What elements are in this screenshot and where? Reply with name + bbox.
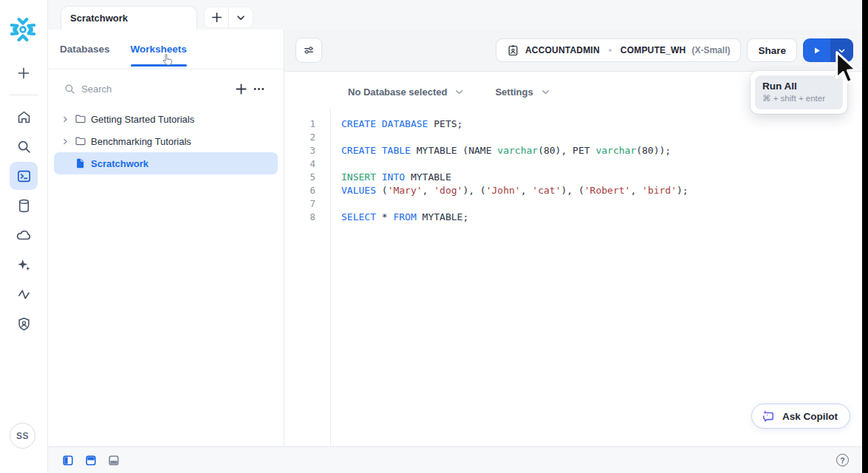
sliders-icon (302, 44, 315, 57)
rail-button-worksheets[interactable] (10, 162, 38, 190)
tree-item-scratchwork[interactable]: Scratchwork (54, 152, 278, 174)
rail-button-databases[interactable] (10, 191, 38, 220)
role-badge-icon (507, 44, 519, 57)
screen-edge-strip (862, 0, 868, 473)
rail-button-admin[interactable] (10, 310, 38, 338)
line-content: CREATE DATABASE PETS; (330, 118, 462, 131)
home-icon (16, 109, 32, 125)
search-input[interactable] (81, 84, 185, 95)
cloud-icon (16, 227, 32, 243)
share-button[interactable]: Share (747, 38, 797, 62)
tab-worksheets[interactable]: Worksheets (131, 44, 187, 55)
worksheet-tab-scratchwork[interactable]: Scratchwork (61, 6, 197, 30)
admin-icon (16, 316, 32, 332)
toggle-bottom-panel-icon[interactable] (109, 455, 119, 466)
code-line-3[interactable]: 3CREATE TABLE MYTABLE (NAME varchar(80),… (284, 144, 862, 157)
ask-copilot-button[interactable]: Ask Copilot (751, 404, 850, 429)
help-button[interactable]: ? (836, 454, 849, 466)
line-content (330, 157, 341, 171)
rail-button-plus[interactable] (10, 59, 38, 87)
snowflake-logo-icon[interactable] (10, 17, 35, 42)
line-content (330, 131, 341, 144)
chevron-right-icon[interactable] (61, 137, 75, 146)
code-line-1[interactable]: 1CREATE DATABASE PETS; (284, 118, 862, 131)
tree-item-benchmarking-tutorials[interactable]: Benchmarking Tutorials (54, 130, 278, 152)
tree-item-getting-started-tutorials[interactable]: Getting Started Tutorials (54, 108, 278, 130)
line-number: 6 (284, 184, 330, 197)
tree-item-label: Scratchwork (91, 158, 148, 169)
line-content: CREATE TABLE MYTABLE (NAME varchar(80), … (330, 144, 671, 157)
worksheets-icon (16, 169, 32, 184)
snowsight-app: SS Scratchwork Databases (0, 0, 868, 473)
role-name: ACCOUNTADMIN (525, 45, 600, 55)
rail-button-ai-sparkle[interactable] (10, 251, 38, 279)
settings-label: Settings (495, 86, 533, 98)
rail-button-cloud[interactable] (10, 221, 38, 249)
copilot-sparkle-chat-icon (761, 409, 776, 423)
chevron-down-icon (541, 87, 550, 97)
line-content (330, 197, 341, 211)
code-line-2[interactable]: 2 (284, 131, 862, 144)
share-label: Share (758, 45, 786, 56)
code-line-8[interactable]: 8SELECT * FROM MYTABLE; (284, 211, 862, 224)
folder-icon (75, 135, 91, 147)
activity-icon (16, 287, 32, 302)
tree-item-label: Getting Started Tutorials (91, 114, 194, 125)
search-icon (16, 139, 32, 154)
code-line-7[interactable]: 7 (284, 197, 862, 211)
worksheet-tab-label: Scratchwork (70, 13, 128, 24)
code-line-5[interactable]: 5INSERT INTO MYTABLE (284, 171, 862, 184)
editor-body: No Database selected Settings 1CREATE DA… (284, 72, 862, 446)
database-selector[interactable]: No Database selected (348, 86, 464, 98)
toggle-left-panel-icon[interactable] (63, 455, 73, 466)
database-selector-label: No Database selected (348, 86, 447, 98)
rail-button-home[interactable] (10, 103, 38, 131)
worksheet-options-button[interactable] (295, 38, 322, 63)
plus-icon (211, 12, 222, 23)
run-dropdown-menu: Run All ⌘ + shift + enter (751, 71, 847, 114)
run-all-menu-item[interactable]: Run All ⌘ + shift + enter (755, 75, 843, 109)
worksheet-tree: Getting Started TutorialsBenchmarking Tu… (48, 108, 284, 174)
line-number: 1 (284, 118, 330, 131)
rail-button-activity[interactable] (10, 280, 38, 308)
worksheet-tabstrip: Scratchwork (48, 0, 862, 30)
sql-editor[interactable]: 1CREATE DATABASE PETS;23CREATE TABLE MYT… (284, 109, 862, 446)
ellipsis-icon (253, 83, 265, 95)
run-button[interactable] (803, 38, 830, 62)
explorer-search-row (48, 74, 284, 103)
run-all-shortcut: ⌘ + shift + enter (762, 93, 835, 103)
line-content: INSERT INTO MYTABLE (330, 171, 451, 184)
chevron-right-icon[interactable] (61, 115, 75, 123)
left-nav-rail: SS (0, 0, 48, 473)
line-number: 5 (284, 171, 330, 184)
rail-button-search[interactable] (10, 132, 38, 160)
toggle-top-panel-icon[interactable] (86, 455, 96, 466)
line-content: VALUES ('Mary', 'dog'), ('John', 'cat'),… (330, 184, 688, 197)
context-selector[interactable]: ACCOUNTADMIN COMPUTE_WH (X-Small) (496, 38, 742, 62)
status-bar: ? (48, 446, 862, 473)
plus-icon (16, 66, 31, 81)
add-worksheet-button[interactable] (232, 80, 250, 98)
code-line-6[interactable]: 6VALUES ('Mary', 'dog'), ('John', 'cat')… (284, 184, 862, 197)
line-content: SELECT * FROM MYTABLE; (330, 211, 468, 224)
file-icon (75, 157, 91, 169)
search-icon (64, 84, 75, 95)
settings-dropdown[interactable]: Settings (495, 86, 550, 98)
ai-sparkle-icon (16, 257, 32, 273)
code-line-4[interactable]: 4 (284, 157, 862, 171)
run-options-button[interactable] (830, 38, 853, 62)
ask-copilot-label: Ask Copilot (782, 411, 838, 422)
line-number: 3 (284, 144, 330, 157)
new-worksheet-button[interactable] (205, 7, 228, 27)
line-number: 7 (284, 197, 330, 211)
pointer-cursor-small (162, 54, 172, 68)
user-avatar[interactable]: SS (10, 423, 35, 449)
plus-icon (235, 83, 247, 95)
tab-list-dropdown-button[interactable] (229, 7, 253, 27)
more-options-button[interactable] (250, 80, 267, 98)
tab-databases[interactable]: Databases (60, 44, 110, 55)
line-number: 8 (284, 211, 330, 224)
chevron-down-icon (454, 87, 464, 97)
tree-item-label: Benchmarking Tutorials (91, 136, 191, 147)
line-number: 4 (284, 157, 330, 171)
